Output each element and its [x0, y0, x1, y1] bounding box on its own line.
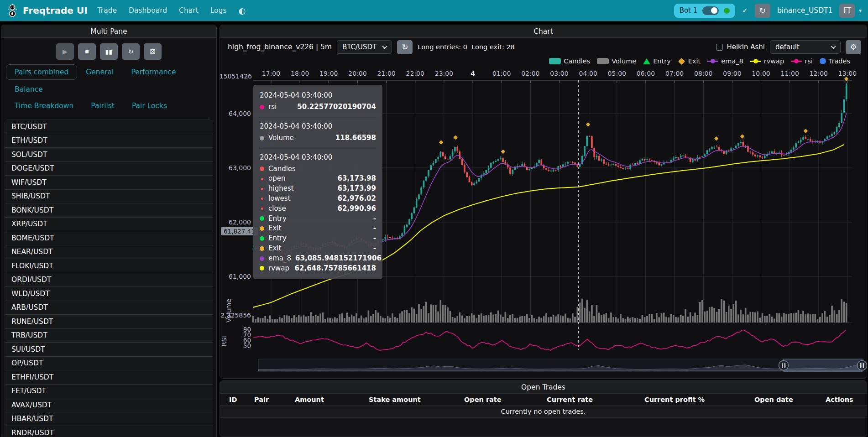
bot-toggle[interactable]	[702, 6, 719, 15]
pair-list-item[interactable]: WIF/USDT	[5, 176, 213, 190]
pair-list-item[interactable]: BOME/USDT	[5, 231, 213, 245]
brand-title: Freqtrade UI	[23, 5, 88, 16]
tooltip-series-name: rsi	[268, 102, 277, 112]
entry-dot-icon	[260, 216, 264, 221]
pair-list-item[interactable]: AVAX/USDT	[5, 398, 213, 412]
theme-toggle-icon[interactable]: ◐	[238, 6, 246, 16]
legend-item-volume[interactable]: Volume	[597, 57, 636, 65]
chart-legend: CandlesVolumeEntryExitema_8rvwaprsiTrade…	[220, 55, 867, 67]
plot-settings-button[interactable]: ⚙	[846, 40, 861, 54]
chart-refresh-button[interactable]: ↻	[397, 40, 413, 54]
column-header-pair: Pair	[254, 396, 295, 403]
open-trades-column-headers: IDPairAmountStake amountOpen rateCurrent…	[220, 394, 867, 406]
tab-general[interactable]: General	[77, 64, 122, 80]
column-header-actions: Actions	[826, 396, 867, 403]
tab-pairs-combined[interactable]: Pairs combined	[6, 64, 77, 80]
tooltip-series-name: Exit	[268, 224, 281, 234]
rsi-dot-icon	[260, 105, 264, 109]
pair-list-item[interactable]: ETHFI/USDT	[5, 370, 213, 385]
stop-button[interactable]: ■	[78, 43, 96, 60]
tooltip-row: highest63,173.99	[260, 184, 376, 194]
tab-balance[interactable]: Balance	[6, 82, 52, 97]
datazoom-left-handle[interactable]	[779, 361, 789, 370]
nav-link-dashboard[interactable]: Dashboard	[129, 6, 167, 15]
tab-performance[interactable]: Performance	[122, 64, 184, 80]
tooltip-series-value: -	[373, 244, 376, 254]
chart-tooltip: 2024-05-04 03:40:00rsi50.225770201907042…	[253, 85, 382, 279]
tab-time-breakdown[interactable]: Time Breakdown	[6, 98, 82, 114]
column-header-current-rate: Current rate	[547, 396, 644, 403]
pair-list-item[interactable]: XRP/USDT	[5, 218, 213, 232]
pair-list-item[interactable]: BONK/USDT	[5, 203, 213, 218]
svg-text:19:00: 19:00	[319, 70, 338, 77]
user-avatar[interactable]: FT	[839, 4, 855, 18]
play-button[interactable]: ▶	[56, 43, 74, 60]
tooltip-series-name: Entry	[268, 214, 287, 224]
datazoom-slider[interactable]	[258, 359, 867, 372]
global-refresh-button[interactable]: ↻	[755, 4, 770, 18]
legend-item-candles[interactable]: Candles	[549, 57, 590, 65]
pair-list-item[interactable]: SUI/USDT	[5, 343, 213, 357]
tooltip-row: ema_863,085.948152171906	[260, 254, 376, 264]
pair-list-item[interactable]: NEAR/USDT	[5, 245, 213, 260]
pair-list-item[interactable]: FET/USDT	[5, 385, 213, 399]
pair-list-item[interactable]: OP/USDT	[5, 357, 213, 371]
gear-icon: ⚙	[850, 42, 857, 52]
bot-selector-chip[interactable]: Bot 1	[674, 4, 736, 18]
user-menu-caret-icon[interactable]: ▾	[859, 8, 862, 14]
pair-list-item[interactable]: TRB/USDT	[5, 329, 213, 343]
tooltip-row: Candles	[260, 164, 376, 174]
pair-list-item[interactable]: RUNE/USDT	[5, 315, 213, 329]
pair-list-item[interactable]: DOGE/USDT	[5, 162, 213, 176]
column-header-current-profit--: Current profit %	[644, 396, 754, 403]
nav-link-logs[interactable]: Logs	[210, 6, 227, 15]
svg-text:04:00: 04:00	[579, 70, 597, 77]
navbar-right: Bot 1 ✓ ↻ binance_USDT1 FT ▾	[674, 4, 862, 18]
empty-trades-message: Currently no open trades.	[501, 408, 586, 415]
pair-list-item[interactable]: ETH/USDT	[5, 134, 213, 148]
datazoom-right-handle[interactable]	[858, 361, 867, 370]
chart-toolbar: high_frog_binance_v226 | 5m BTC/USDT ↻ L…	[220, 38, 867, 55]
legend-item-exit[interactable]: Exit	[678, 57, 701, 65]
pair-list-item[interactable]: RNDR/USDT	[5, 426, 213, 437]
pair-list-item[interactable]: ORDI/USDT	[5, 273, 213, 287]
pause-button[interactable]: ▮▮	[100, 43, 118, 60]
candles-dot-icon	[260, 166, 264, 171]
legend-item-entry[interactable]: Entry	[643, 57, 671, 65]
legend-item-ema_8[interactable]: ema_8	[707, 57, 743, 65]
pair-select-value: BTC/USDT	[342, 43, 376, 51]
legend-item-trades[interactable]: Trades	[820, 57, 850, 65]
svg-text:21:00: 21:00	[377, 70, 395, 77]
pair-list-item[interactable]: HBAR/USDT	[5, 412, 213, 427]
plot-config-value: default	[775, 43, 800, 51]
pair-list-item[interactable]: WLD/USDT	[5, 287, 213, 301]
column-header-open-rate: Open rate	[464, 396, 547, 403]
tab-pair-locks[interactable]: Pair Locks	[123, 98, 176, 114]
tooltip-row: Entry-	[260, 234, 376, 244]
heikin-ashi-checkbox[interactable]	[716, 44, 723, 51]
tooltip-row: Exit-	[260, 244, 376, 254]
brand[interactable]: Freqtrade UI	[6, 3, 88, 18]
pair-list-item[interactable]: ARB/USDT	[5, 301, 213, 315]
pair-list-item[interactable]: SOL/USDT	[5, 148, 213, 162]
tooltip-section: 2024-05-04 03:40:00Candlesopen63,173.98h…	[260, 148, 376, 275]
pair-select[interactable]: BTC/USDT	[337, 40, 392, 54]
check-icon: ✓	[742, 6, 748, 15]
column-header-id: ID	[229, 396, 254, 403]
pair-list-item[interactable]: BTC/USDT	[5, 120, 213, 134]
collapse-button[interactable]: ☒	[144, 43, 162, 60]
pause-icon: ▮▮	[105, 48, 112, 55]
datazoom-selected-window[interactable]	[784, 359, 862, 372]
legend-item-rvwap[interactable]: rvwap	[750, 57, 784, 65]
pair-list-item[interactable]: FLOKI/USDT	[5, 259, 213, 273]
pair-list-item[interactable]: SHIB/USDT	[5, 190, 213, 204]
nav-link-trade[interactable]: Trade	[98, 6, 117, 15]
nav-link-chart[interactable]: Chart	[179, 6, 199, 15]
refresh-button[interactable]: ↻	[122, 43, 140, 60]
tab-pairlist[interactable]: Pairlist	[82, 98, 123, 114]
tooltip-date: 2024-05-04 03:40:00	[260, 91, 376, 100]
tooltip-row: rvwap62,648.75785661418	[260, 264, 376, 274]
plot-config-select[interactable]: default	[770, 40, 841, 54]
legend-item-rsi[interactable]: rsi	[791, 57, 813, 65]
pane-tabs-row1: Pairs combinedGeneralPerformanceBalance	[1, 60, 216, 97]
